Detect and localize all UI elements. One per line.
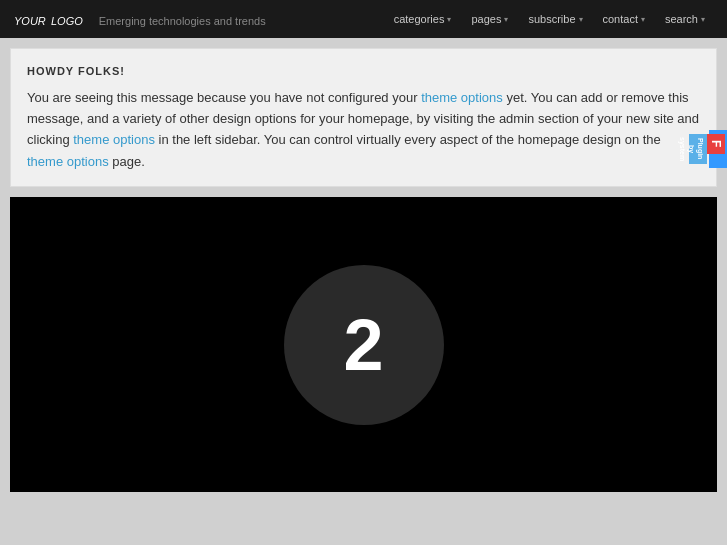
- logo-italic: LOGO: [51, 15, 83, 27]
- theme-options-link-1[interactable]: theme options: [421, 90, 503, 105]
- main-nav: categories ▾ pages ▾ subscribe ▾ contact…: [386, 9, 713, 29]
- nav-subscribe[interactable]: subscribe ▾: [520, 9, 590, 29]
- nav-pages-arrow: ▾: [504, 15, 508, 24]
- nav-pages[interactable]: pages ▾: [463, 9, 516, 29]
- logo-bold: YOUR: [14, 15, 46, 27]
- notice-heading: HOWDY FOLKS!: [27, 63, 700, 81]
- slide-circle: 2: [284, 265, 444, 425]
- notice-text-4: page.: [109, 154, 145, 169]
- flash-plugin-tab[interactable]: F Pluginbysystem: [709, 130, 727, 168]
- site-logo[interactable]: YOUR LOGO: [14, 11, 83, 28]
- nav-search-label: search: [665, 13, 698, 25]
- side-tab-text: Pluginbysystem: [689, 134, 707, 164]
- slideshow-area: 2: [10, 197, 717, 492]
- slide-number: 2: [343, 309, 383, 381]
- notice-box: HOWDY FOLKS! You are seeing this message…: [10, 48, 717, 187]
- nav-contact-arrow: ▾: [641, 15, 645, 24]
- theme-options-link-3[interactable]: theme options: [27, 154, 109, 169]
- site-tagline: Emerging technologies and trends: [99, 15, 266, 27]
- notice-body: You are seeing this message because you …: [27, 87, 700, 173]
- nav-search[interactable]: search ▾: [657, 9, 713, 29]
- nav-subscribe-label: subscribe: [528, 13, 575, 25]
- nav-categories-arrow: ▾: [447, 15, 451, 24]
- site-header: YOUR LOGO Emerging technologies and tren…: [0, 0, 727, 38]
- nav-subscribe-arrow: ▾: [579, 15, 583, 24]
- logo-area: YOUR LOGO Emerging technologies and tren…: [14, 11, 266, 28]
- nav-contact-label: contact: [603, 13, 638, 25]
- nav-contact[interactable]: contact ▾: [595, 9, 653, 29]
- nav-search-arrow: ▾: [701, 15, 705, 24]
- nav-pages-label: pages: [471, 13, 501, 25]
- notice-text-3: in the left sidebar. You can control vir…: [155, 132, 661, 147]
- nav-categories[interactable]: categories ▾: [386, 9, 460, 29]
- notice-text-1: You are seeing this message because you …: [27, 90, 421, 105]
- nav-categories-label: categories: [394, 13, 445, 25]
- flash-icon: F: [707, 134, 725, 154]
- theme-options-link-2[interactable]: theme options: [73, 132, 155, 147]
